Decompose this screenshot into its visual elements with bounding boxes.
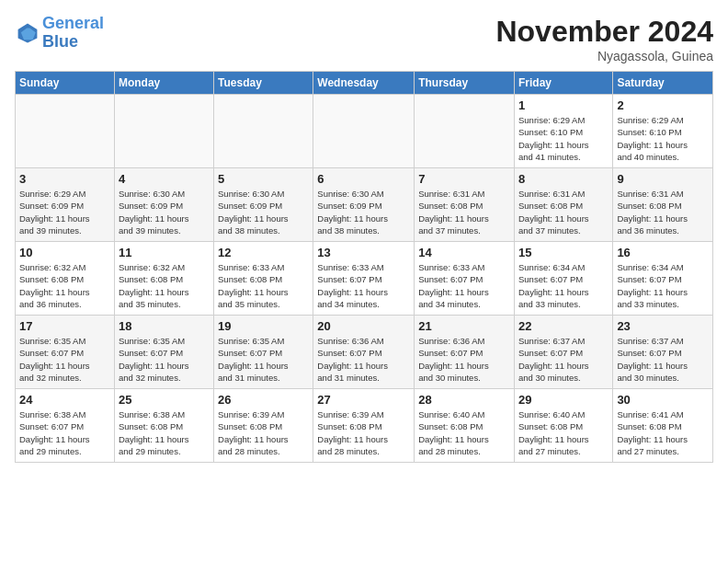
day-detail: Sunrise: 6:30 AM Sunset: 6:09 PM Dayligh…	[317, 188, 410, 236]
day-number: 4	[119, 172, 210, 186]
day-number: 22	[518, 319, 609, 333]
day-detail: Sunrise: 6:32 AM Sunset: 6:08 PM Dayligh…	[119, 261, 210, 310]
calendar-cell: 19Sunrise: 6:35 AM Sunset: 6:07 PM Dayli…	[214, 316, 313, 389]
calendar-cell	[16, 95, 115, 168]
week-row-1: 1Sunrise: 6:29 AM Sunset: 6:10 PM Daylig…	[16, 95, 713, 168]
day-detail: Sunrise: 6:31 AM Sunset: 6:08 PM Dayligh…	[617, 188, 709, 236]
day-detail: Sunrise: 6:31 AM Sunset: 6:08 PM Dayligh…	[418, 188, 510, 236]
day-detail: Sunrise: 6:29 AM Sunset: 6:10 PM Dayligh…	[617, 114, 709, 163]
day-detail: Sunrise: 6:30 AM Sunset: 6:09 PM Dayligh…	[119, 188, 210, 236]
header-monday: Monday	[114, 72, 213, 95]
logo: General Blue	[15, 15, 104, 52]
calendar-cell	[313, 95, 415, 168]
calendar-cell: 30Sunrise: 6:41 AM Sunset: 6:08 PM Dayli…	[613, 389, 713, 463]
logo-text: General Blue	[42, 15, 104, 52]
header-saturday: Saturday	[613, 72, 713, 95]
calendar-cell: 12Sunrise: 6:33 AM Sunset: 6:08 PM Dayli…	[214, 242, 313, 316]
day-number: 7	[418, 172, 510, 186]
day-detail: Sunrise: 6:35 AM Sunset: 6:07 PM Dayligh…	[119, 335, 210, 384]
calendar-cell: 17Sunrise: 6:35 AM Sunset: 6:07 PM Dayli…	[16, 316, 115, 389]
page-header: General Blue November 2024 Nyagassola, G…	[15, 15, 713, 63]
calendar-cell: 23Sunrise: 6:37 AM Sunset: 6:07 PM Dayli…	[613, 316, 713, 389]
header-sunday: Sunday	[16, 72, 115, 95]
calendar-cell: 1Sunrise: 6:29 AM Sunset: 6:10 PM Daylig…	[514, 95, 612, 168]
day-detail: Sunrise: 6:39 AM Sunset: 6:08 PM Dayligh…	[218, 408, 309, 457]
day-number: 16	[617, 246, 709, 259]
day-number: 5	[218, 172, 309, 186]
calendar-cell: 13Sunrise: 6:33 AM Sunset: 6:07 PM Dayli…	[313, 242, 415, 316]
day-number: 18	[119, 319, 210, 333]
logo-icon	[17, 22, 39, 44]
calendar-cell: 11Sunrise: 6:32 AM Sunset: 6:08 PM Dayli…	[114, 242, 213, 316]
calendar-cell: 25Sunrise: 6:38 AM Sunset: 6:08 PM Dayli…	[114, 389, 213, 463]
calendar-cell: 26Sunrise: 6:39 AM Sunset: 6:08 PM Dayli…	[214, 389, 313, 463]
day-number: 25	[119, 393, 210, 407]
month-title: November 2024	[495, 15, 713, 49]
day-number: 20	[317, 319, 410, 333]
day-detail: Sunrise: 6:32 AM Sunset: 6:08 PM Dayligh…	[19, 261, 110, 310]
calendar-cell	[114, 95, 213, 168]
day-number: 26	[218, 393, 309, 407]
day-detail: Sunrise: 6:36 AM Sunset: 6:07 PM Dayligh…	[418, 335, 510, 384]
calendar-cell: 22Sunrise: 6:37 AM Sunset: 6:07 PM Dayli…	[514, 316, 612, 389]
header-tuesday: Tuesday	[214, 72, 313, 95]
day-number: 10	[19, 246, 110, 259]
week-row-3: 10Sunrise: 6:32 AM Sunset: 6:08 PM Dayli…	[16, 242, 713, 316]
day-detail: Sunrise: 6:37 AM Sunset: 6:07 PM Dayligh…	[617, 335, 709, 384]
day-detail: Sunrise: 6:30 AM Sunset: 6:09 PM Dayligh…	[218, 188, 309, 236]
calendar-cell: 10Sunrise: 6:32 AM Sunset: 6:08 PM Dayli…	[16, 242, 115, 316]
day-detail: Sunrise: 6:40 AM Sunset: 6:08 PM Dayligh…	[418, 408, 510, 457]
calendar-cell: 6Sunrise: 6:30 AM Sunset: 6:09 PM Daylig…	[313, 168, 415, 242]
day-number: 17	[19, 319, 110, 333]
day-number: 12	[218, 246, 309, 259]
header-row: SundayMondayTuesdayWednesdayThursdayFrid…	[16, 72, 713, 95]
calendar-cell: 27Sunrise: 6:39 AM Sunset: 6:08 PM Dayli…	[313, 389, 415, 463]
calendar-cell: 9Sunrise: 6:31 AM Sunset: 6:08 PM Daylig…	[613, 168, 713, 242]
calendar-cell: 20Sunrise: 6:36 AM Sunset: 6:07 PM Dayli…	[313, 316, 415, 389]
calendar-cell: 7Sunrise: 6:31 AM Sunset: 6:08 PM Daylig…	[415, 168, 515, 242]
calendar-cell: 24Sunrise: 6:38 AM Sunset: 6:07 PM Dayli…	[16, 389, 115, 463]
calendar-cell	[214, 95, 313, 168]
location: Nyagassola, Guinea	[495, 49, 713, 63]
day-number: 13	[317, 246, 410, 259]
day-number: 30	[617, 393, 709, 407]
day-number: 24	[19, 393, 110, 407]
day-detail: Sunrise: 6:31 AM Sunset: 6:08 PM Dayligh…	[518, 188, 609, 236]
header-wednesday: Wednesday	[313, 72, 415, 95]
day-number: 9	[617, 172, 709, 186]
calendar-cell: 2Sunrise: 6:29 AM Sunset: 6:10 PM Daylig…	[613, 95, 713, 168]
calendar-cell: 3Sunrise: 6:29 AM Sunset: 6:09 PM Daylig…	[16, 168, 115, 242]
calendar-cell: 28Sunrise: 6:40 AM Sunset: 6:08 PM Dayli…	[415, 389, 515, 463]
day-number: 3	[19, 172, 110, 186]
day-number: 1	[518, 98, 609, 112]
calendar-cell: 4Sunrise: 6:30 AM Sunset: 6:09 PM Daylig…	[114, 168, 213, 242]
day-detail: Sunrise: 6:35 AM Sunset: 6:07 PM Dayligh…	[19, 335, 110, 384]
day-number: 11	[119, 246, 210, 259]
week-row-4: 17Sunrise: 6:35 AM Sunset: 6:07 PM Dayli…	[16, 316, 713, 389]
day-number: 29	[518, 393, 609, 407]
day-number: 15	[518, 246, 609, 259]
day-detail: Sunrise: 6:34 AM Sunset: 6:07 PM Dayligh…	[617, 261, 709, 310]
day-detail: Sunrise: 6:40 AM Sunset: 6:08 PM Dayligh…	[518, 408, 609, 457]
day-detail: Sunrise: 6:33 AM Sunset: 6:08 PM Dayligh…	[218, 261, 309, 310]
header-friday: Friday	[514, 72, 612, 95]
day-number: 28	[418, 393, 510, 407]
day-detail: Sunrise: 6:33 AM Sunset: 6:07 PM Dayligh…	[418, 261, 510, 310]
calendar-table: SundayMondayTuesdayWednesdayThursdayFrid…	[15, 71, 713, 463]
day-number: 8	[518, 172, 609, 186]
calendar-cell: 21Sunrise: 6:36 AM Sunset: 6:07 PM Dayli…	[415, 316, 515, 389]
day-detail: Sunrise: 6:33 AM Sunset: 6:07 PM Dayligh…	[317, 261, 410, 310]
day-detail: Sunrise: 6:38 AM Sunset: 6:08 PM Dayligh…	[119, 408, 210, 457]
day-detail: Sunrise: 6:35 AM Sunset: 6:07 PM Dayligh…	[218, 335, 309, 384]
day-detail: Sunrise: 6:29 AM Sunset: 6:10 PM Dayligh…	[518, 114, 609, 163]
day-detail: Sunrise: 6:36 AM Sunset: 6:07 PM Dayligh…	[317, 335, 410, 384]
calendar-cell: 18Sunrise: 6:35 AM Sunset: 6:07 PM Dayli…	[114, 316, 213, 389]
day-number: 14	[418, 246, 510, 259]
title-area: November 2024 Nyagassola, Guinea	[495, 15, 713, 63]
day-detail: Sunrise: 6:38 AM Sunset: 6:07 PM Dayligh…	[19, 408, 110, 457]
calendar-cell: 8Sunrise: 6:31 AM Sunset: 6:08 PM Daylig…	[514, 168, 612, 242]
day-number: 21	[418, 319, 510, 333]
day-number: 23	[617, 319, 709, 333]
day-detail: Sunrise: 6:34 AM Sunset: 6:07 PM Dayligh…	[518, 261, 609, 310]
calendar-cell: 14Sunrise: 6:33 AM Sunset: 6:07 PM Dayli…	[415, 242, 515, 316]
